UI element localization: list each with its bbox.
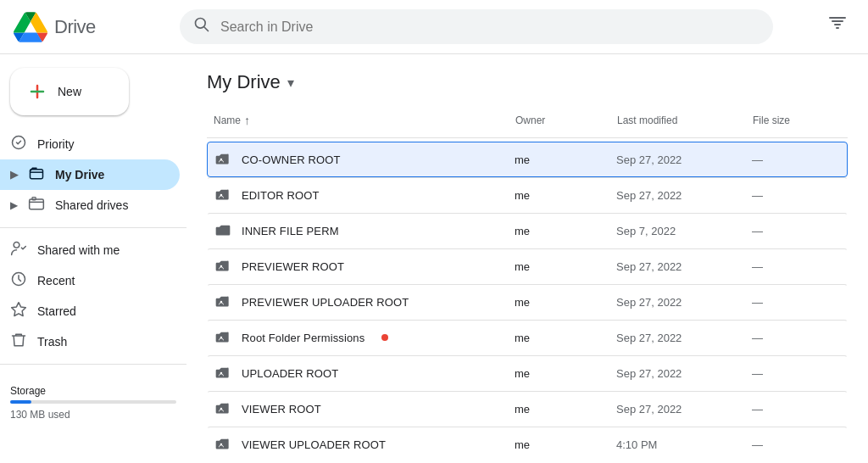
priority-icon [10,134,27,155]
shared-with-me-icon [10,240,27,261]
sidebar: New Priority ▶ [0,54,186,463]
recent-icon [10,271,27,292]
file-name-text: VIEWER UPLOADER ROOT [242,438,386,451]
cell-owner: me [508,252,609,282]
sidebar-item-label-priority: Priority [37,137,75,151]
cell-modified: Sep 27, 2022 [609,287,745,317]
drive-logo-icon [14,10,47,44]
cell-size: — [745,216,847,246]
table-row[interactable]: PREVIEWER ROOT me Sep 27, 2022 — [207,248,848,284]
col-header-owner[interactable]: Owner [509,107,610,134]
cell-size: — [745,252,847,282]
file-icon [214,187,231,204]
table-row[interactable]: CO-OWNER ROOT me Sep 27, 2022 — [207,142,848,177]
new-button[interactable]: New [10,68,129,115]
shared-drives-expand-arrow: ▶ [10,199,18,211]
file-name-text: UPLOADER ROOT [242,367,338,380]
sidebar-item-priority[interactable]: Priority [0,129,180,159]
shared-folder-icon [214,293,231,310]
cell-name: INNER FILE PERM [208,214,508,248]
sidebar-item-shared-with-me[interactable]: Shared with me [0,235,180,265]
starred-icon [10,301,27,322]
storage-bar-track [10,400,176,404]
cell-modified: Sep 27, 2022 [609,181,745,210]
folder-icon [214,222,231,239]
cell-size: — [745,145,847,175]
storage-label: Storage [10,385,176,397]
cell-modified: Sep 27, 2022 [609,323,745,353]
shared-folder-icon [214,187,231,204]
new-plus-icon [27,81,47,102]
cell-owner: me [508,216,609,246]
file-icon [214,436,231,453]
filter-icon[interactable] [821,8,854,46]
sidebar-item-label-starred: Starred [37,304,76,318]
cell-owner: me [508,359,609,388]
table-row[interactable]: INNER FILE PERM me Sep 7, 2022 — [207,213,848,248]
table-row[interactable]: VIEWER UPLOADER ROOT me 4:10 PM — [207,427,848,462]
sidebar-item-trash[interactable]: Trash [0,326,180,357]
sidebar-item-starred[interactable]: Starred [0,296,180,326]
drive-title-dropdown-arrow[interactable]: ▾ [287,75,294,91]
main-content: My Drive ▾ Name ↑ Owner Last modified Fi… [186,54,868,463]
sidebar-item-my-drive[interactable]: ▶ My Drive [0,159,180,190]
cell-owner: me [508,323,609,353]
table-row[interactable]: VIEWER ROOT me Sep 27, 2022 — [207,391,848,427]
cell-owner: me [508,430,609,460]
logo-area: Drive [14,10,166,44]
sidebar-item-recent[interactable]: Recent [0,265,180,296]
cell-modified: Sep 27, 2022 [609,252,745,282]
sidebar-divider-1 [0,227,186,228]
cell-size: — [745,287,847,317]
file-name-text: Root Folder Permissions [242,332,364,344]
cell-name: UPLOADER ROOT [208,356,508,390]
sidebar-item-label-trash: Trash [37,335,67,349]
sidebar-item-label-recent: Recent [37,274,75,287]
my-drive-icon [28,165,45,186]
file-icon [214,258,231,275]
cell-name: PREVIEWER UPLOADER ROOT [208,285,508,319]
shared-drives-icon [28,195,45,216]
table-row[interactable]: PREVIEWER UPLOADER ROOT me Sep 27, 2022 … [207,284,848,320]
storage-used: 130 MB used [10,409,176,421]
table-row[interactable]: Root Folder Permissions me Sep 27, 2022 … [207,320,848,355]
cell-size: — [745,359,847,388]
file-icon [214,329,231,346]
cell-modified: 4:10 PM [609,430,745,460]
file-icon [214,151,231,168]
col-header-size[interactable]: File size [746,107,848,134]
file-name-text: INNER FILE PERM [242,225,339,237]
table-row[interactable]: EDITOR ROOT me Sep 27, 2022 — [207,177,848,213]
search-bar[interactable] [180,9,773,44]
shared-folder-icon [214,436,231,453]
search-icon [193,16,210,37]
name-sort-arrow: ↑ [244,114,250,127]
file-name-text: PREVIEWER ROOT [242,260,344,273]
file-icon [214,293,231,310]
cell-modified: Sep 7, 2022 [609,216,745,246]
sidebar-item-label-shared-with-me: Shared with me [37,243,120,257]
col-header-name[interactable]: Name ↑ [207,107,509,134]
svg-rect-5 [30,199,44,209]
cell-name: VIEWER ROOT [208,392,508,426]
cell-name: EDITOR ROOT [208,178,508,212]
file-name-text: EDITOR ROOT [242,189,319,202]
cell-modified: Sep 27, 2022 [609,359,745,388]
svg-rect-4 [31,169,43,178]
cell-owner: me [508,287,609,317]
table-row[interactable]: UPLOADER ROOT me Sep 27, 2022 — [207,355,848,391]
page-title: My Drive [207,71,281,93]
sidebar-item-shared-drives[interactable]: ▶ Shared drives [0,190,180,220]
svg-point-7 [14,242,19,248]
cell-owner: me [508,394,609,424]
trash-icon [10,332,27,353]
sidebar-item-label-shared-drives: Shared drives [55,198,128,212]
main-header: My Drive ▾ [207,54,848,103]
shared-folder-icon [214,151,231,168]
cell-owner: me [508,145,609,175]
svg-rect-6 [32,197,36,199]
col-header-modified[interactable]: Last modified [610,107,746,134]
search-input[interactable] [220,20,760,35]
file-icon [214,222,231,239]
file-icon [214,365,231,382]
